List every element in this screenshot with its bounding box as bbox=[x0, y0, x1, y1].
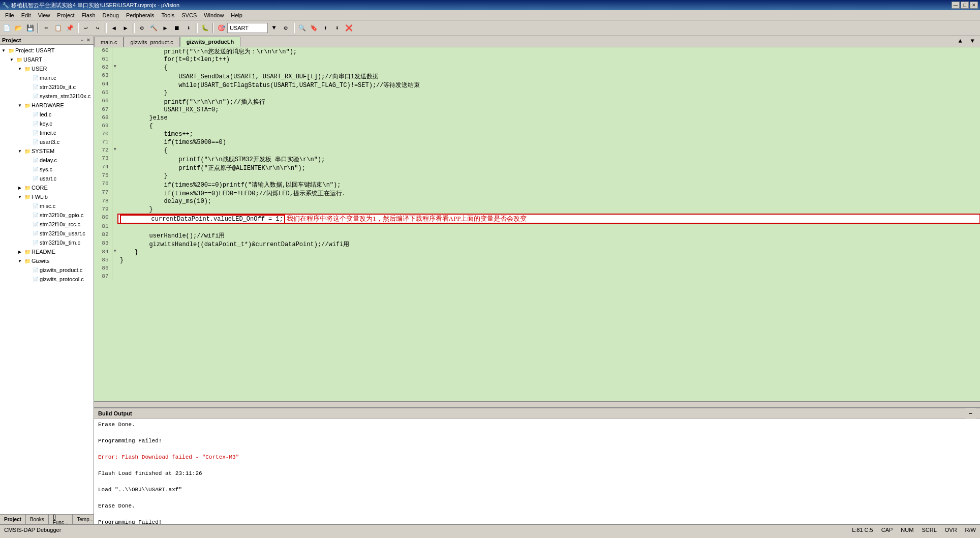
tree-item[interactable]: ▼📁 HARDWARE bbox=[0, 101, 94, 110]
tree-item[interactable]: 📄 timer.c bbox=[0, 128, 94, 137]
code-cell[interactable]: printf("\r\n\r\n");//插入换行 bbox=[118, 98, 980, 106]
code-cell[interactable]: for(t=0;t<len;t++) bbox=[118, 56, 980, 64]
menu-file[interactable]: File bbox=[2, 11, 17, 19]
title-bar-buttons[interactable]: — □ ✕ bbox=[952, 2, 978, 9]
redo-button[interactable]: ↪ bbox=[92, 22, 103, 34]
horizontal-scrollbar[interactable] bbox=[94, 401, 980, 407]
maximize-button[interactable]: □ bbox=[961, 2, 969, 9]
code-cell[interactable] bbox=[118, 265, 980, 273]
tree-item[interactable]: 📄 key.c bbox=[0, 119, 94, 128]
fold-indicator[interactable] bbox=[112, 231, 118, 240]
sidebar-close-button[interactable]: ✕ bbox=[85, 38, 91, 43]
prev-bookmark-button[interactable]: ⬆ bbox=[320, 22, 331, 34]
stop-button[interactable]: ⏹ bbox=[171, 22, 182, 34]
fold-indicator[interactable] bbox=[112, 273, 118, 281]
fold-indicator[interactable] bbox=[112, 155, 118, 164]
sidebar-tab-books[interactable]: Books bbox=[26, 515, 49, 524]
fold-indicator[interactable] bbox=[112, 114, 118, 123]
code-cell[interactable]: delay_ms(10); bbox=[118, 198, 980, 206]
tree-item[interactable]: ▶📁 CORE bbox=[0, 183, 94, 192]
tree-item[interactable]: ▼📁 Project: USART bbox=[0, 46, 94, 55]
paste-button[interactable]: 📌 bbox=[64, 22, 75, 34]
menu-debug[interactable]: Debug bbox=[100, 11, 122, 19]
fold-indicator[interactable] bbox=[112, 56, 118, 64]
code-cell[interactable]: if(times%30==0)LED0=!LED0;//闪烁LED,提示系统正在… bbox=[118, 189, 980, 198]
fold-indicator[interactable] bbox=[112, 123, 118, 131]
tree-toggle-icon[interactable]: ▼ bbox=[16, 65, 23, 72]
tree-item[interactable]: ▶📁 README bbox=[0, 247, 94, 256]
build-button[interactable]: ⚙ bbox=[136, 22, 147, 34]
save-button[interactable]: 💾 bbox=[24, 22, 36, 34]
code-cell[interactable]: userHandle();//wifi用 bbox=[118, 231, 980, 240]
target-options-button[interactable]: 🎯 bbox=[216, 22, 227, 34]
fold-indicator[interactable] bbox=[112, 265, 118, 273]
debug-button[interactable]: 🐛 bbox=[199, 22, 210, 34]
tree-item[interactable]: 📄 stm32f10x_usart.c bbox=[0, 229, 94, 238]
tab-main-c[interactable]: main.c bbox=[94, 37, 124, 47]
tree-item[interactable]: ▼📁 USER bbox=[0, 64, 94, 73]
tab-gizwits-product-c[interactable]: gizwits_product.c bbox=[124, 37, 179, 47]
code-cell[interactable]: { bbox=[118, 123, 980, 131]
tree-item[interactable]: 📄 stm32f10x_rcc.c bbox=[0, 220, 94, 229]
tree-toggle-icon[interactable]: ▶ bbox=[16, 248, 23, 255]
code-cell[interactable]: { bbox=[118, 64, 980, 72]
tab-gizwits-product-h[interactable]: gizwits_product.h bbox=[180, 37, 241, 47]
fold-indicator[interactable]: ▼ bbox=[112, 147, 118, 155]
code-cell[interactable]: } bbox=[118, 172, 980, 181]
open-button[interactable]: 📂 bbox=[13, 22, 24, 34]
code-cell[interactable]: } bbox=[118, 89, 980, 98]
code-cell[interactable]: if(times%200==0)printf("请输入数据,以回车键结束\n")… bbox=[118, 181, 980, 189]
tree-item[interactable]: 📄 usart3.c bbox=[0, 137, 94, 146]
back-button[interactable]: ◀ bbox=[108, 22, 119, 34]
tree-toggle-icon[interactable]: ▼ bbox=[16, 102, 23, 109]
tree-item[interactable]: 📄 delay.c bbox=[0, 156, 94, 165]
tree-item[interactable]: ▼📁 Gizwits bbox=[0, 256, 94, 265]
tree-item[interactable]: 📄 usart.c bbox=[0, 174, 94, 183]
fold-indicator[interactable] bbox=[112, 206, 118, 214]
tree-toggle-icon[interactable]: ▼ bbox=[16, 147, 23, 155]
tree-toggle-icon[interactable]: ▼ bbox=[8, 56, 15, 63]
fold-indicator[interactable] bbox=[112, 164, 118, 172]
undo-button[interactable]: ↩ bbox=[80, 22, 91, 34]
find-button[interactable]: 🔍 bbox=[296, 22, 308, 34]
download-button[interactable]: ⬇ bbox=[183, 22, 194, 34]
target-dropdown-button[interactable]: ▼ bbox=[268, 22, 280, 34]
tree-item[interactable]: 📄 stm32f10x_gpio.c bbox=[0, 211, 94, 220]
menu-tools[interactable]: Tools bbox=[159, 11, 178, 19]
forward-button[interactable]: ▶ bbox=[120, 22, 131, 34]
tree-item[interactable]: 📄 system_stm32f10x.c bbox=[0, 92, 94, 101]
menu-view[interactable]: View bbox=[35, 11, 53, 19]
code-cell[interactable]: }else bbox=[118, 114, 980, 123]
sidebar-tab-func[interactable]: {} Func... bbox=[49, 515, 73, 524]
tree-item[interactable]: 📄 stm32f10x_tim.c bbox=[0, 238, 94, 247]
fold-indicator[interactable] bbox=[112, 172, 118, 181]
sidebar-tab-temp[interactable]: Temp... bbox=[73, 515, 94, 524]
code-cell[interactable]: currentDataPoint.valueLED_OnOff = 1; 我们在… bbox=[118, 214, 980, 223]
menu-svcs[interactable]: SVCS bbox=[178, 11, 200, 19]
fold-indicator[interactable] bbox=[112, 240, 118, 249]
tree-item[interactable]: 📄 led.c bbox=[0, 110, 94, 119]
fold-indicator[interactable] bbox=[112, 139, 118, 147]
manage-button[interactable]: ⚙ bbox=[280, 22, 291, 34]
new-file-button[interactable]: 📄 bbox=[1, 22, 12, 34]
fold-indicator[interactable]: ▼ bbox=[112, 249, 118, 257]
menu-window[interactable]: Window bbox=[201, 11, 227, 19]
fold-indicator[interactable] bbox=[112, 257, 118, 265]
code-cell[interactable]: USART_SendData(USART1, USART_RX_BUF[t]);… bbox=[118, 72, 980, 81]
tab-scroll-left[interactable]: ▲ bbox=[955, 36, 966, 47]
cut-button[interactable]: ✂ bbox=[41, 22, 52, 34]
target-name-input[interactable]: USART bbox=[227, 23, 268, 33]
fold-indicator[interactable] bbox=[112, 72, 118, 81]
menu-help[interactable]: Help bbox=[228, 11, 246, 19]
code-cell[interactable]: while(USART_GetFlagStatus(USART1,USART_F… bbox=[118, 81, 980, 89]
code-cell[interactable]: } bbox=[118, 206, 980, 214]
code-cell[interactable]: } bbox=[118, 257, 980, 265]
code-cell[interactable]: times++; bbox=[118, 131, 980, 139]
code-cell[interactable] bbox=[118, 273, 980, 281]
copy-button[interactable]: 📋 bbox=[52, 22, 64, 34]
tree-item[interactable]: 📄 stm32f10x_it.c bbox=[0, 82, 94, 92]
tree-item[interactable]: 📄 gizwits_product.c bbox=[0, 265, 94, 275]
tree-toggle-icon[interactable]: ▼ bbox=[0, 47, 7, 54]
build-all-button[interactable]: 🔨 bbox=[148, 22, 159, 34]
tree-toggle-icon[interactable]: ▼ bbox=[16, 257, 23, 264]
